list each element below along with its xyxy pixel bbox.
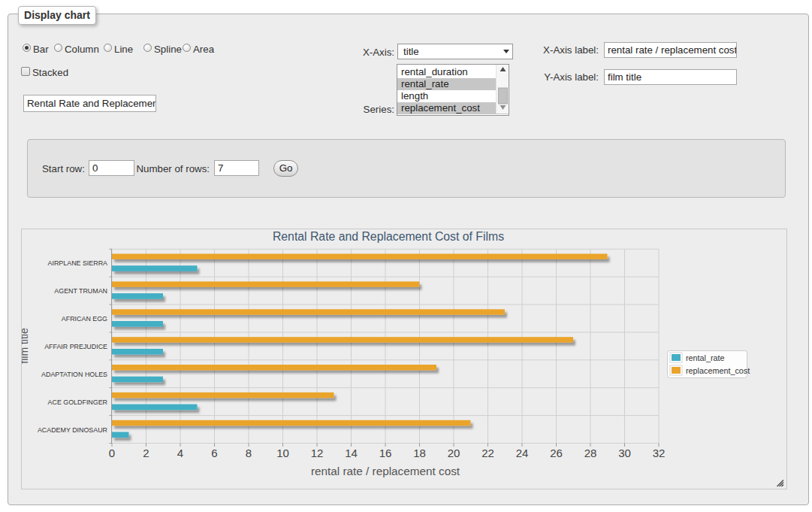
svg-text:rental_rate: rental_rate [686,353,725,362]
svg-text:30: 30 [618,447,631,459]
svg-text:20: 20 [448,447,460,459]
svg-text:12: 12 [311,447,324,459]
svg-text:4: 4 [177,447,183,459]
svg-text:2: 2 [143,447,149,459]
svg-text:ACADEMY DINOSAUR: ACADEMY DINOSAUR [38,426,107,434]
svg-text:replacement_cost: replacement_cost [686,366,750,375]
svg-text:18: 18 [413,447,426,459]
svg-text:ADAPTATION HOLES: ADAPTATION HOLES [41,371,107,378]
svg-text:32: 32 [653,447,666,459]
svg-text:8: 8 [246,447,252,459]
svg-text:AIRPLANE SIERRA: AIRPLANE SIERRA [48,259,107,267]
svg-text:AFFAIR PREJUDICE: AFFAIR PREJUDICE [44,343,107,350]
svg-text:Rental Rate and Replacement Co: Rental Rate and Replacement Cost of Film… [273,230,504,243]
svg-text:26: 26 [550,447,563,459]
svg-text:16: 16 [379,447,392,459]
svg-text:AFRICAN EGG: AFRICAN EGG [62,315,107,323]
svg-text:rental rate / replacement cost: rental rate / replacement cost [311,465,460,477]
svg-text:ACE GOLDFINGER: ACE GOLDFINGER [48,398,107,406]
svg-text:28: 28 [584,447,597,459]
svg-text:6: 6 [211,447,217,459]
svg-text:22: 22 [481,447,494,459]
svg-text:film title: film title [22,328,30,364]
svg-text:14: 14 [345,447,358,459]
svg-text:0: 0 [109,447,115,459]
svg-text:10: 10 [276,447,289,459]
svg-text:24: 24 [516,447,529,459]
svg-text:AGENT TRUMAN: AGENT TRUMAN [54,287,107,295]
